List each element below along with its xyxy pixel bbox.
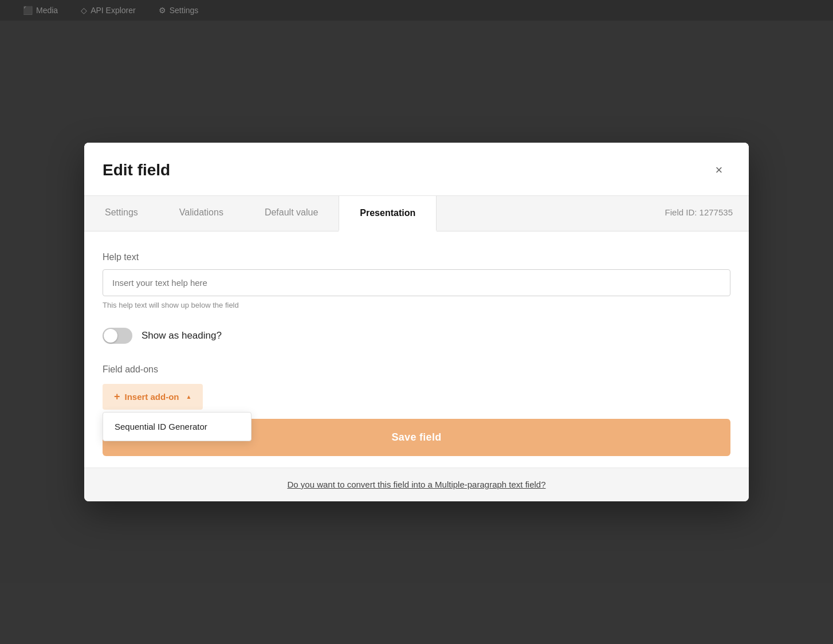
insert-addon-button[interactable]: + Insert add-on ▲ bbox=[103, 384, 203, 410]
addon-dropdown: Sequential ID Generator bbox=[103, 412, 252, 441]
show-as-heading-row: Show as heading? bbox=[103, 328, 730, 344]
help-text-input[interactable] bbox=[103, 269, 730, 296]
show-as-heading-label: Show as heading? bbox=[142, 330, 222, 341]
field-addons-label: Field add-ons bbox=[103, 364, 730, 375]
modal-title: Edit field bbox=[103, 161, 170, 179]
help-text-note: This help text will show up below the fi… bbox=[103, 301, 730, 309]
help-text-label: Help text bbox=[103, 252, 730, 262]
tab-settings[interactable]: Settings bbox=[84, 196, 159, 231]
tab-validations[interactable]: Validations bbox=[159, 196, 244, 231]
dropdown-item-sequential-id[interactable]: Sequential ID Generator bbox=[103, 413, 251, 441]
convert-link[interactable]: Do you want to convert this field into a… bbox=[287, 480, 545, 489]
show-as-heading-toggle[interactable] bbox=[103, 328, 132, 344]
modal-header: Edit field × bbox=[84, 143, 749, 196]
plus-icon: + bbox=[114, 391, 120, 403]
tab-bar: Settings Validations Default value Prese… bbox=[84, 196, 749, 231]
modal-body: Help text This help text will show up be… bbox=[84, 231, 749, 456]
triangle-icon: ▲ bbox=[186, 394, 192, 400]
convert-link-bar: Do you want to convert this field into a… bbox=[84, 468, 749, 501]
close-icon: × bbox=[716, 163, 723, 178]
addon-area: + Insert add-on ▲ Sequential ID Generato… bbox=[103, 384, 203, 410]
field-id-label: Field ID: 1277535 bbox=[649, 196, 749, 231]
tab-presentation[interactable]: Presentation bbox=[339, 196, 437, 231]
tab-default-value[interactable]: Default value bbox=[244, 196, 339, 231]
close-button[interactable]: × bbox=[708, 159, 730, 182]
edit-field-modal: Edit field × Settings Validations Defaul… bbox=[84, 143, 749, 501]
toggle-knob bbox=[104, 329, 117, 343]
